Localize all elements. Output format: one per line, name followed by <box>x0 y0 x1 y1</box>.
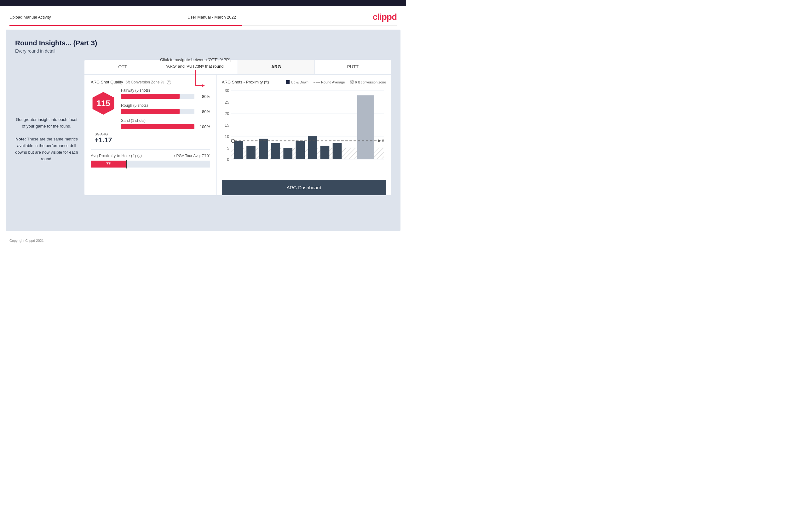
svg-rect-19 <box>246 146 256 159</box>
bar-sand-pct: 100% <box>197 124 210 129</box>
svg-rect-18 <box>234 141 243 159</box>
proximity-bar-fill: 77' <box>91 161 127 168</box>
main-content: Round Insights... (Part 3) Every round i… <box>6 30 401 231</box>
svg-text:25: 25 <box>225 100 229 105</box>
bar-rough-fill <box>121 109 180 114</box>
svg-rect-25 <box>320 146 329 159</box>
bar-rough-pct: 80% <box>197 109 210 114</box>
svg-rect-22 <box>283 148 292 159</box>
legend-round-avg-label: Round Average <box>321 80 345 84</box>
svg-rect-26 <box>333 143 342 159</box>
bar-fairway-track <box>121 94 194 99</box>
proximity-bar-track: 77' <box>91 161 210 168</box>
header-divider <box>9 25 397 26</box>
chart-svg: 30 25 20 15 10 5 0 <box>222 86 386 177</box>
chart-header: ARG Shots - Proximity (ft) Up & Down Rou… <box>222 80 386 84</box>
bar-rough: Rough (5 shots) 80% <box>121 103 210 114</box>
legend-updown-color <box>286 80 290 84</box>
footer: Copyright Clippd 2021 <box>0 235 406 246</box>
svg-text:20: 20 <box>225 111 229 116</box>
page-title: Round Insights... (Part 3) <box>15 39 391 47</box>
proximity-bar-container: 77' <box>91 161 210 168</box>
hex-value: 115 <box>96 99 110 108</box>
bar-rough-track <box>121 109 194 114</box>
proximity-label-text: Avg Proximity to Hole (ft) <box>91 153 136 158</box>
conversion-label: 6ft Conversion Zone % <box>126 80 164 84</box>
tab-ott[interactable]: OTT <box>85 60 161 74</box>
sg-label: SG ARG <box>95 132 112 136</box>
proximity-section: Avg Proximity to Hole (ft) ? ↑ PGA Tour … <box>91 149 210 168</box>
pga-avg: ↑ PGA Tour Avg: 7'10" <box>173 154 210 158</box>
legend-6ft: 6 ft conversion zone <box>350 80 386 84</box>
svg-rect-21 <box>271 143 280 159</box>
proximity-header: Avg Proximity to Hole (ft) ? ↑ PGA Tour … <box>91 153 210 158</box>
svg-text:0: 0 <box>227 157 229 162</box>
top-bar <box>0 0 406 6</box>
svg-rect-24 <box>308 136 317 159</box>
hexagon-badge: 115 <box>91 91 116 116</box>
legend-updown: Up & Down <box>286 80 308 84</box>
svg-point-28 <box>231 139 235 142</box>
svg-rect-20 <box>259 139 268 159</box>
copyright-text: Copyright Clippd 2021 <box>9 239 44 242</box>
note-label: Note: <box>15 137 26 142</box>
bar-rough-label: Rough (5 shots) <box>121 103 210 108</box>
proximity-label: Avg Proximity to Hole (ft) ? <box>91 153 142 158</box>
nav-hint-area: Click to navigate between 'OTT', 'APP','… <box>160 57 231 94</box>
legend-hatched-box <box>350 80 354 84</box>
legend-dashed-line <box>313 82 320 82</box>
bar-sand-track <box>121 124 194 129</box>
left-desc-main: Get greater insight into each facet of y… <box>16 117 77 128</box>
svg-marker-0 <box>202 84 205 87</box>
bar-fairway-fill <box>121 94 180 99</box>
arg-dashboard-button[interactable]: ARG Dashboard <box>222 180 386 195</box>
svg-rect-23 <box>296 141 305 159</box>
header: Upload Manual Activity User Manual - Mar… <box>0 6 406 25</box>
svg-rect-27 <box>357 96 374 159</box>
bar-sand-label: Sand (1 shots) <box>121 118 210 123</box>
content-row: Click to navigate between 'OTT', 'APP','… <box>15 60 391 195</box>
legend-updown-label: Up & Down <box>291 80 308 84</box>
svg-text:5: 5 <box>227 146 229 151</box>
clippd-logo: clippd <box>373 12 397 22</box>
bar-sand: Sand (1 shots) 100% <box>121 118 210 129</box>
svg-text:8: 8 <box>382 138 384 143</box>
tabs-row: OTT APP ARG PUTT <box>85 60 391 75</box>
svg-text:15: 15 <box>225 123 229 127</box>
bar-sand-fill <box>121 124 194 129</box>
left-panel: Get greater insight into each facet of y… <box>15 60 78 195</box>
dashboard-panel: OTT APP ARG PUTT ARG Shot Quality 6ft Co… <box>85 60 391 195</box>
sg-value: +1.17 <box>95 136 112 144</box>
proximity-cursor <box>126 160 127 168</box>
chart-area: 30 25 20 15 10 5 0 <box>222 86 386 177</box>
proximity-value: 77' <box>106 162 111 166</box>
tab-arg[interactable]: ARG <box>238 60 315 74</box>
left-description: Get greater insight into each facet of y… <box>15 116 78 163</box>
bars-section: Fairway (5 shots) 80% Rough <box>121 88 210 133</box>
nav-hint-text: Click to navigate between 'OTT', 'APP','… <box>160 57 231 70</box>
legend-6ft-label: 6 ft conversion zone <box>355 80 386 84</box>
svg-marker-30 <box>378 139 381 142</box>
panels-split: ARG Shot Quality 6ft Conversion Zone % ? <box>85 75 391 195</box>
bar-fairway-pct: 80% <box>197 94 210 99</box>
svg-text:10: 10 <box>225 134 229 139</box>
shot-quality-label: ARG Shot Quality <box>91 80 123 84</box>
hex-sg-section: 115 SG ARG +1.17 <box>91 88 116 144</box>
user-manual-label: User Manual - March 2022 <box>188 15 236 19</box>
chart-legend: Up & Down Round Average 6 ft conversion … <box>286 80 386 84</box>
nav-hint-arrow <box>186 70 205 92</box>
shot-quality-section: 115 SG ARG +1.17 Fairway (5 shots) <box>91 88 210 144</box>
legend-round-avg: Round Average <box>313 80 345 84</box>
tab-putt[interactable]: PUTT <box>315 60 391 74</box>
chart-panel: ARG Shots - Proximity (ft) Up & Down Rou… <box>217 75 391 195</box>
upload-manual-label: Upload Manual Activity <box>9 15 51 19</box>
proximity-help-icon[interactable]: ? <box>137 154 142 158</box>
page-subtitle: Every round in detail <box>15 49 391 54</box>
